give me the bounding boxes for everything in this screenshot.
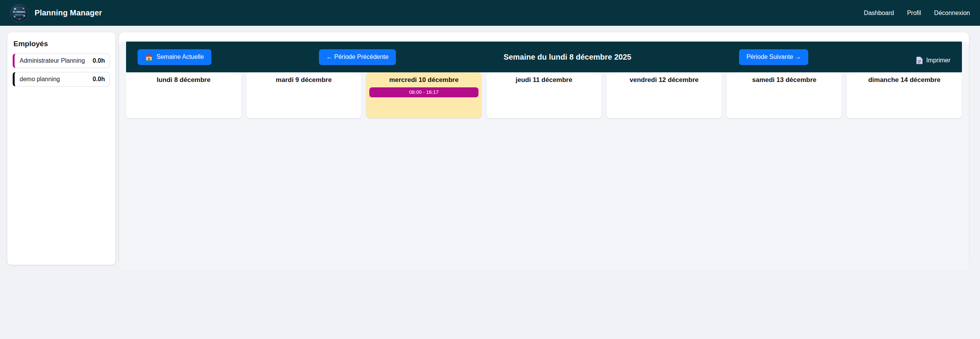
day-label: mercredi 10 décembre [366,76,482,84]
employee-name: Administrateur Planning [20,57,85,64]
employees-sidebar: Employés Administrateur Planning 0.0h de… [7,32,115,265]
content-area: Employés Administrateur Planning 0.0h de… [7,32,969,265]
week-grid: lundi 8 décembre mardi 9 décembre mercre… [126,72,962,118]
week-title: Semaine du lundi 8 décembre 2025 [503,53,631,62]
previous-period-button[interactable]: ← Période Précédente [319,49,396,65]
day-label: samedi 13 décembre [727,76,842,84]
top-navbar: PLANNING MANAGER Planning Manager Dashbo… [0,0,980,26]
employees-title: Employés [13,40,110,48]
day-column-jeudi[interactable]: jeudi 11 décembre [487,72,602,118]
document-icon [916,57,923,64]
planning-manager-logo-icon: PLANNING MANAGER [10,4,28,22]
day-label: mardi 9 décembre [246,76,362,84]
day-column-lundi[interactable]: lundi 8 décembre [126,72,241,118]
day-column-dimanche[interactable]: dimanche 14 décembre [847,72,962,118]
employee-hours: 0.0h [93,57,105,64]
day-column-mardi[interactable]: mardi 9 décembre [246,72,362,118]
previous-period-button-label: ← Période Précédente [326,53,389,60]
app-title: Planning Manager [35,8,102,17]
next-period-button[interactable]: Période Suivante → [739,49,808,65]
svg-text:MANAGER: MANAGER [15,14,23,16]
navbar-links: Dashboard Profil Déconnexion [864,10,970,17]
nav-link-profil[interactable]: Profil [907,10,921,17]
day-column-samedi[interactable]: samedi 13 décembre [727,72,842,118]
day-label: vendredi 12 décembre [606,76,722,84]
day-column-mercredi-today[interactable]: mercredi 10 décembre 08:00 - 16:17 [366,72,482,118]
employee-item-demo-planning[interactable]: demo planning 0.0h [13,72,110,87]
calendar-header: Semaine Actuelle ← Période Précédente Se… [126,42,962,72]
print-button[interactable]: Imprimer [916,57,950,64]
svg-text:PLANNING: PLANNING [13,10,25,13]
current-week-button-label: Semaine Actuelle [156,53,204,60]
day-column-vendredi[interactable]: vendredi 12 décembre [606,72,722,118]
brand-area: PLANNING MANAGER Planning Manager [10,4,102,22]
shift-event[interactable]: 08:00 - 16:17 [369,87,478,97]
employee-name: demo planning [20,76,60,83]
nav-link-deconnexion[interactable]: Déconnexion [934,10,970,17]
day-label: jeudi 11 décembre [487,76,602,84]
nav-link-dashboard[interactable]: Dashboard [864,10,894,17]
employee-item-administrateur-planning[interactable]: Administrateur Planning 0.0h [13,53,110,68]
current-week-button[interactable]: Semaine Actuelle [138,49,211,65]
planning-panel-inner: Semaine Actuelle ← Période Précédente Se… [119,42,969,270]
day-label: lundi 8 décembre [126,76,241,84]
print-button-label: Imprimer [926,57,950,64]
employee-hours: 0.0h [93,76,105,83]
planning-panel: Semaine Actuelle ← Période Précédente Se… [119,32,969,265]
house-icon [145,53,153,61]
next-period-button-label: Période Suivante → [746,53,801,60]
day-label: dimanche 14 décembre [847,76,962,84]
